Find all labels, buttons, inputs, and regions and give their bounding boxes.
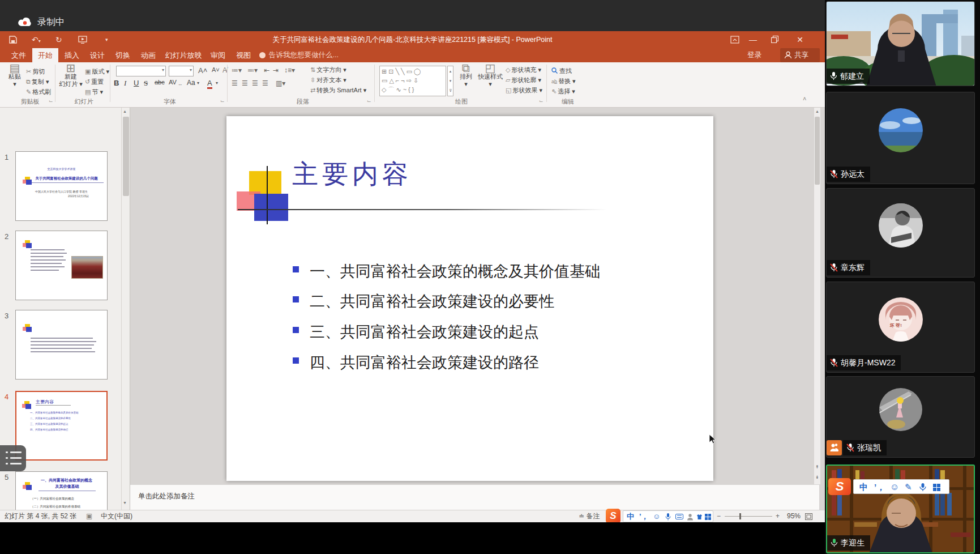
ime-skin-icon[interactable] <box>696 514 703 520</box>
notes-toggle-button[interactable]: ≐ 备注 <box>579 510 600 522</box>
ime-emoji-icon[interactable]: ☺ <box>890 480 899 494</box>
align-center-icon[interactable]: ☰ <box>242 79 248 87</box>
close-button[interactable]: ✕ <box>790 31 810 48</box>
indent-decrease-icon[interactable]: ⇤ <box>264 66 269 74</box>
document-scrollbar[interactable]: ▲ ↟ ↡ <box>814 108 820 484</box>
zoom-slider-track[interactable] <box>725 516 772 517</box>
zoom-slider-thumb[interactable] <box>739 513 741 519</box>
copy-button[interactable]: ⧉复制 ▾ <box>26 78 49 86</box>
tab-file[interactable]: 文件 <box>7 48 31 62</box>
paste-button[interactable]: ▤粘贴▾ <box>5 65 25 88</box>
ime-mic-icon[interactable] <box>665 513 671 521</box>
ime-mic-icon[interactable] <box>919 483 926 492</box>
columns-icon[interactable]: ▥▾ <box>276 79 285 87</box>
tab-review[interactable]: 审阅 <box>206 48 230 62</box>
section-button[interactable]: ▤节 ▾ <box>85 88 103 96</box>
quick-styles-button[interactable]: ◰快速样式▾ <box>477 65 504 88</box>
tab-insert[interactable]: 插入 <box>60 48 84 62</box>
abc-strike-icon[interactable]: abc <box>155 79 165 86</box>
participant-tile-liyingsheng-active[interactable]: S 中 ’， ☺ ✎ 李迎生 <box>826 464 975 553</box>
cut-button[interactable]: ✂剪切 <box>26 67 45 76</box>
indent-increase-icon[interactable]: ⇥ <box>273 66 279 74</box>
doc-scroll-up-icon[interactable]: ▲ <box>815 109 819 113</box>
ime-punctuation-icon[interactable]: ’， <box>874 480 885 494</box>
align-text-button[interactable]: ⇳对齐文本 ▾ <box>310 76 346 84</box>
bold-button[interactable]: B <box>114 79 119 87</box>
convert-smartart-button[interactable]: ⇄转换为 SmartArt ▾ <box>310 86 366 95</box>
sign-in-link[interactable]: 登录 <box>747 50 761 60</box>
clear-formatting-icon[interactable]: A̸ <box>222 66 227 74</box>
font-name-select[interactable] <box>116 66 166 76</box>
slide-thumbnail-4-selected[interactable]: 主要内容 一、共同富裕社会政策的概念及其价值基础 二、共同富裕社会政策建设的必要… <box>15 391 108 461</box>
replace-button[interactable]: ab̲替换 ▾ <box>551 77 576 86</box>
shape-fill-button[interactable]: ◇形状填充 ▾ <box>506 66 541 74</box>
italic-button[interactable]: I <box>124 79 126 88</box>
panel-scroll-thumb[interactable] <box>123 117 129 196</box>
notes-placeholder[interactable]: 单击此处添加备注 <box>138 492 195 501</box>
tab-animations[interactable]: 动画 <box>136 48 160 62</box>
ime-toolbox-icon[interactable] <box>933 484 940 491</box>
language-status[interactable]: 中文(中国) <box>101 510 132 522</box>
display-settings-icon[interactable]: ▣ <box>86 510 92 522</box>
sogou-ime-logo-overlay[interactable]: S <box>828 478 851 495</box>
reset-button[interactable]: ↺重置 <box>85 78 104 86</box>
numbering-icon[interactable]: ≕▾ <box>247 66 258 74</box>
slide-thumbnail-3[interactable] <box>15 310 108 380</box>
find-button[interactable]: 查找 <box>551 67 572 75</box>
layout-button[interactable]: ▣版式 ▾ <box>85 67 109 76</box>
panel-scrollbar[interactable]: ▲ ▼ <box>121 108 130 510</box>
qat-customize-icon[interactable]: ▾ <box>105 31 108 48</box>
zoom-out-button[interactable]: − <box>717 510 721 522</box>
collapse-ribbon-icon[interactable]: ˄ <box>803 95 806 102</box>
shapes-gallery[interactable]: ⊞⊡╲╲▭◯▭△⌐¬⇨⇩◇⌒∿~{} <box>379 66 446 96</box>
tab-transitions[interactable]: 切换 <box>111 48 135 62</box>
minimize-button[interactable]: — <box>743 31 763 48</box>
line-spacing-icon[interactable]: ↕≡▾ <box>284 66 295 74</box>
strikethrough-button[interactable]: S <box>144 79 148 88</box>
tab-slideshow[interactable]: 幻灯片放映 <box>162 48 205 62</box>
slide-canvas[interactable]: 主要内容 一、共同富裕社会政策的概念及其价值基础 二、共同富裕社会政策建设的必要… <box>226 116 713 481</box>
format-painter-button[interactable]: ✎格式刷 <box>26 88 51 96</box>
restore-button[interactable] <box>771 36 778 43</box>
save-icon[interactable] <box>9 36 17 44</box>
ime-person-icon[interactable] <box>687 513 694 521</box>
new-slide-button[interactable]: ⊞新建幻灯片 ▾ <box>58 65 84 88</box>
ime-pen-icon[interactable]: ✎ <box>905 480 912 494</box>
shapes-gallery-scroll[interactable]: ▴▾⊽ <box>447 66 453 96</box>
character-spacing-icon[interactable]: AV <box>169 79 177 86</box>
grow-font-icon[interactable]: A˄ <box>198 66 207 75</box>
redo-icon[interactable]: ↻ <box>55 31 62 48</box>
drawing-dialog-launcher-icon[interactable]: ⌙ <box>539 98 544 104</box>
slideshow-icon[interactable] <box>78 36 87 44</box>
notes-pane[interactable]: 单击此处添加备注 <box>130 484 819 510</box>
zoom-percentage[interactable]: 95% <box>787 510 801 522</box>
ribbon-options-icon[interactable] <box>730 36 739 44</box>
slide-thumbnail-1[interactable]: 北京科技大学学术讲座 关于共同富裕社会政策建设的几个问题 中国人民大学社会与人口… <box>15 151 108 221</box>
shape-effects-button[interactable]: ◱形状效果 ▾ <box>506 86 542 95</box>
underline-button[interactable]: U <box>134 79 139 87</box>
tab-home[interactable]: 开始 <box>32 48 58 62</box>
next-slide-icon[interactable]: ↡ <box>815 475 819 480</box>
arrange-button[interactable]: ⧉排列▾ <box>456 65 476 88</box>
select-button[interactable]: ⇖选择 ▾ <box>551 87 575 96</box>
font-color-button[interactable]: A <box>207 79 212 89</box>
participant-tile-yujianli[interactable]: 郁建立 <box>826 1 975 86</box>
annotation-toolbar-handle[interactable] <box>0 445 26 471</box>
share-button[interactable]: 共享 <box>780 48 820 62</box>
sogou-ime-logo[interactable]: S <box>606 509 620 523</box>
panel-scroll-up-icon[interactable]: ▲ <box>123 109 127 113</box>
ime-mode-icon[interactable]: 中 <box>627 511 634 522</box>
participant-tile-sunyuantai[interactable]: 孙远太 <box>826 92 975 184</box>
tab-view[interactable]: 视图 <box>232 48 255 62</box>
slide-thumbnail-2[interactable] <box>15 231 108 300</box>
participant-tile-huxinyue[interactable]: 坏 呀! 胡馨月-MSW22 <box>826 282 975 373</box>
tab-design[interactable]: 设计 <box>85 48 109 62</box>
text-direction-button[interactable]: ⇅文字方向 ▾ <box>310 66 346 74</box>
shape-outline-button[interactable]: ▱形状轮廓 ▾ <box>506 76 541 84</box>
ime-toolbox-icon[interactable] <box>705 514 711 520</box>
tell-me-box[interactable]: 告诉我您想要做什么... <box>269 48 339 62</box>
ime-keyboard-icon[interactable] <box>675 514 683 519</box>
zoom-in-button[interactable]: + <box>776 510 780 522</box>
font-size-select[interactable] <box>169 66 194 76</box>
shrink-font-icon[interactable]: A˅ <box>212 66 220 73</box>
